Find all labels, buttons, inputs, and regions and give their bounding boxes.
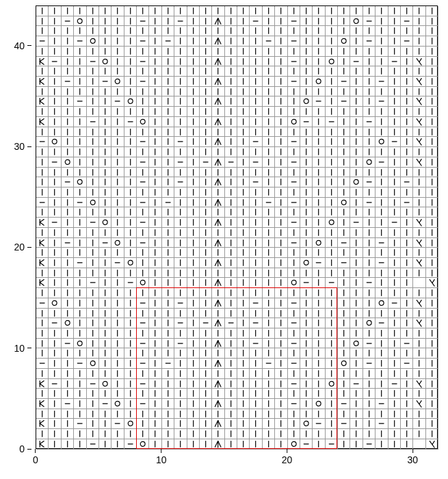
svg-line-1454 (40, 441, 44, 443)
svg-point-937 (291, 281, 296, 285)
stitch-cell (313, 218, 325, 228)
stitch-cell (275, 278, 287, 288)
stitch-cell (426, 96, 438, 107)
svg-line-914 (40, 280, 44, 283)
stitch-cell (111, 348, 124, 359)
stitch-cell (350, 228, 363, 238)
stitch-cell (388, 168, 401, 178)
stitch-cell (426, 87, 438, 97)
stitch-cell (263, 177, 275, 187)
stitch-cell (149, 107, 161, 117)
stitch-cell (111, 309, 124, 319)
stitch-cell (237, 389, 250, 399)
stitch-cell (338, 187, 350, 198)
stitch-cell (225, 379, 237, 389)
stitch-cell (288, 16, 300, 27)
stitch-cell (413, 107, 425, 117)
stitch-cell (263, 409, 275, 419)
stitch-cell (149, 409, 161, 419)
stitch-cell (263, 147, 275, 157)
stitch-cell (401, 177, 413, 187)
stitch-cell (36, 258, 49, 268)
stitch-cell (174, 147, 187, 157)
stitch-cell (200, 187, 212, 198)
stitch-cell (237, 359, 250, 369)
stitch-cell (350, 107, 363, 117)
stitch-cell (413, 127, 425, 138)
stitch-cell (49, 228, 61, 238)
stitch-cell (401, 369, 413, 379)
stitch-cell (413, 177, 425, 187)
stitch-cell (49, 147, 61, 157)
stitch-cell (137, 127, 149, 138)
stitch-cell (225, 359, 237, 369)
stitch-cell (149, 66, 161, 77)
stitch-cell (87, 248, 99, 258)
stitch-cell (200, 107, 212, 117)
stitch-cell (426, 318, 438, 328)
stitch-cell (313, 359, 325, 369)
stitch-cell (401, 409, 413, 419)
stitch-cell (87, 198, 99, 208)
svg-line-810 (419, 240, 421, 243)
stitch-cell (225, 87, 237, 97)
x-tick-mark (287, 449, 287, 453)
stitch-cell (174, 389, 187, 399)
stitch-cell (187, 57, 200, 67)
stitch-cell (149, 348, 161, 359)
stitch-cell (49, 16, 61, 27)
svg-point-1394 (128, 422, 133, 426)
stitch-cell (74, 36, 86, 47)
y-tick-label: 20 (14, 242, 25, 253)
stitch-cell (275, 87, 287, 97)
stitch-cell (237, 47, 250, 57)
stitch-cell (401, 309, 413, 319)
stitch-cell (212, 328, 224, 339)
stitch-cell (426, 57, 438, 67)
stitch-cell (401, 379, 413, 389)
stitch-cell (62, 309, 74, 319)
stitch-cell (111, 168, 124, 178)
stitch-cell (413, 268, 425, 279)
svg-point-1076 (367, 321, 371, 326)
stitch-cell (225, 409, 237, 419)
stitch-cell (263, 168, 275, 178)
svg-line-337 (419, 99, 421, 102)
stitch-cell (99, 207, 111, 218)
stitch-cell (111, 409, 124, 419)
stitch-cell (74, 419, 86, 429)
stitch-cell (388, 409, 401, 419)
stitch-cell (401, 348, 413, 359)
stitch-cell (174, 268, 187, 279)
stitch-cell (275, 309, 287, 319)
stitch-cell (200, 339, 212, 349)
stitch-cell (313, 117, 325, 127)
stitch-cell (87, 268, 99, 279)
stitch-cell (174, 77, 187, 87)
stitch-cell (87, 107, 99, 117)
stitch-cell (162, 157, 174, 168)
stitch-cell (326, 198, 338, 208)
stitch-cell (350, 198, 363, 208)
stitch-cell (288, 137, 300, 147)
svg-line-707 (40, 220, 44, 222)
stitch-cell (162, 207, 174, 218)
stitch-cell (350, 268, 363, 279)
stitch-cell (200, 399, 212, 409)
stitch-cell (413, 198, 425, 208)
stitch-cell (200, 419, 212, 429)
stitch-cell (401, 107, 413, 117)
stitch-cell (111, 238, 124, 248)
stitch-cell (87, 328, 99, 339)
stitch-cell (413, 278, 425, 288)
stitch-cell (326, 6, 338, 16)
stitch-cell (87, 348, 99, 359)
stitch-cell (74, 147, 86, 157)
stitch-cell (426, 399, 438, 409)
stitch-cell (275, 137, 287, 147)
stitch-cell (388, 389, 401, 399)
stitch-cell (137, 389, 149, 399)
stitch-cell (62, 168, 74, 178)
stitch-cell (62, 369, 74, 379)
stitch-cell (338, 288, 350, 298)
